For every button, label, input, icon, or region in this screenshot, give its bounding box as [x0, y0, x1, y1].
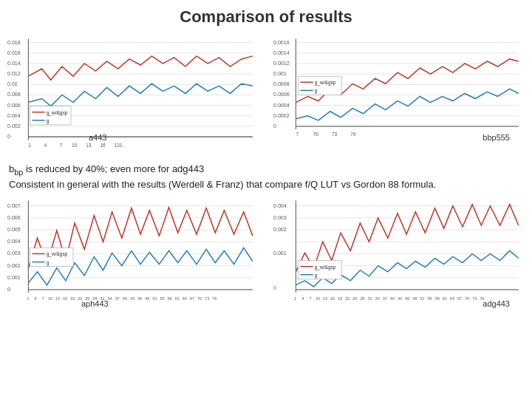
svg-text:28: 28	[360, 296, 364, 301]
svg-text:52: 52	[152, 296, 157, 301]
svg-text:1: 1	[28, 143, 31, 148]
svg-text:4: 4	[301, 296, 304, 301]
svg-text:0: 0	[7, 287, 10, 293]
svg-text:13: 13	[323, 296, 327, 301]
svg-text:19: 19	[70, 296, 75, 301]
svg-text:49: 49	[412, 296, 417, 301]
svg-text:g: g	[315, 273, 318, 279]
svg-text:4: 4	[44, 143, 47, 148]
svg-text:34: 34	[375, 296, 380, 301]
svg-text:0.004: 0.004	[7, 239, 21, 245]
svg-text:0: 0	[273, 123, 276, 129]
svg-text:4: 4	[34, 296, 36, 301]
svg-rect-107	[30, 248, 73, 266]
svg-text:0.001: 0.001	[273, 250, 287, 256]
svg-text:58: 58	[168, 296, 172, 301]
svg-text:0: 0	[7, 134, 10, 140]
svg-text:0.014: 0.014	[7, 61, 21, 66]
svg-text:g_w/&gsp: g_w/&gsp	[315, 80, 336, 86]
svg-text:0.003: 0.003	[273, 215, 287, 221]
svg-text:37: 37	[383, 296, 387, 301]
svg-text:0.005: 0.005	[7, 227, 21, 233]
svg-text:64: 64	[450, 296, 454, 301]
bbp-sub: bp	[14, 168, 23, 177]
svg-text:0: 0	[273, 285, 276, 291]
chart-adg443: 0.004 0.003 0.002 0.001 0 1 4 7 1	[266, 193, 532, 324]
svg-text:67: 67	[457, 296, 462, 301]
svg-text:61: 61	[175, 296, 180, 301]
svg-text:7: 7	[296, 132, 299, 137]
svg-rect-153	[298, 260, 341, 279]
svg-text:40: 40	[390, 296, 395, 301]
chart-adg443-label: adg443	[482, 299, 510, 308]
svg-text:7: 7	[42, 296, 44, 301]
svg-text:13: 13	[86, 143, 92, 148]
svg-text:16: 16	[330, 296, 335, 301]
svg-text:10: 10	[316, 296, 320, 301]
svg-text:40: 40	[123, 296, 127, 301]
page-title: Comparison of results	[0, 0, 532, 31]
svg-text:0.0016: 0.0016	[273, 40, 290, 46]
svg-text:0.001: 0.001	[7, 275, 21, 281]
svg-rect-58	[298, 76, 341, 95]
svg-text:0.0004: 0.0004	[273, 103, 290, 109]
svg-text:70: 70	[465, 296, 469, 301]
svg-text:0.002: 0.002	[7, 123, 21, 129]
svg-text:0.007: 0.007	[7, 203, 21, 209]
svg-text:0.002: 0.002	[273, 227, 287, 233]
chart-aph443: 0.007 0.006 0.005 0.004 0.003 0.002 0.00…	[0, 193, 266, 324]
chart-aph443-svg: 0.007 0.006 0.005 0.004 0.003 0.002 0.00…	[6, 196, 260, 321]
svg-text:g_w/&gsp: g_w/&gsp	[47, 110, 68, 116]
svg-text:10: 10	[48, 296, 52, 301]
svg-text:0.012: 0.012	[7, 71, 21, 77]
svg-text:25: 25	[352, 296, 357, 301]
svg-text:37: 37	[115, 296, 120, 301]
svg-text:7: 7	[60, 143, 63, 148]
chart-a443: 0.018 0.016 0.014 0.012 0.01 0.008 0.006…	[0, 31, 266, 163]
svg-text:0.018: 0.018	[7, 40, 21, 46]
svg-text:76: 76	[212, 296, 216, 301]
svg-text:0.004: 0.004	[7, 113, 21, 119]
chart-aph443-label: aph443	[81, 299, 109, 308]
middle-text: bbp is reduced by 40%; even more for adg…	[0, 163, 532, 193]
svg-text:22: 22	[345, 296, 349, 301]
chart-bbp555-label: bbp555	[482, 133, 510, 142]
bbp-text: bbp is reduced by 40%; even more for adg…	[9, 163, 204, 174]
svg-text:131: 131	[115, 143, 123, 148]
svg-text:10: 10	[72, 143, 78, 148]
svg-text:0.0014: 0.0014	[273, 50, 290, 56]
svg-text:67: 67	[190, 296, 194, 301]
svg-text:46: 46	[137, 296, 142, 301]
svg-text:52: 52	[420, 296, 424, 301]
svg-text:0.002: 0.002	[7, 263, 21, 269]
svg-text:0.001: 0.001	[273, 71, 287, 77]
svg-text:0.0012: 0.0012	[273, 61, 290, 66]
svg-text:73: 73	[205, 296, 209, 301]
svg-text:70: 70	[313, 132, 319, 137]
chart-a443-label: a443	[89, 133, 106, 142]
consistent-text: Consistent in general with the results (…	[9, 179, 436, 190]
svg-text:64: 64	[183, 296, 187, 301]
svg-text:16: 16	[100, 143, 106, 148]
svg-text:16: 16	[63, 296, 67, 301]
svg-text:0.0002: 0.0002	[273, 113, 290, 119]
svg-text:0.01: 0.01	[7, 81, 18, 87]
charts-grid: 0.018 0.016 0.014 0.012 0.01 0.008 0.006…	[0, 31, 532, 324]
svg-text:0.0008: 0.0008	[273, 81, 290, 87]
svg-text:0.004: 0.004	[273, 203, 287, 209]
svg-text:g: g	[47, 260, 50, 266]
svg-text:19: 19	[338, 296, 342, 301]
svg-text:0.016: 0.016	[7, 50, 21, 56]
chart-a443-svg: 0.018 0.016 0.014 0.012 0.01 0.008 0.006…	[6, 34, 260, 160]
svg-text:49: 49	[145, 296, 149, 301]
svg-text:0.006: 0.006	[7, 215, 21, 221]
svg-text:7: 7	[310, 296, 312, 301]
svg-text:61: 61	[443, 296, 447, 301]
svg-text:55: 55	[427, 296, 432, 301]
svg-text:58: 58	[435, 296, 440, 301]
svg-text:0.003: 0.003	[7, 250, 21, 256]
svg-text:46: 46	[405, 296, 409, 301]
svg-text:43: 43	[398, 296, 402, 301]
svg-text:55: 55	[160, 296, 164, 301]
svg-text:43: 43	[130, 296, 134, 301]
